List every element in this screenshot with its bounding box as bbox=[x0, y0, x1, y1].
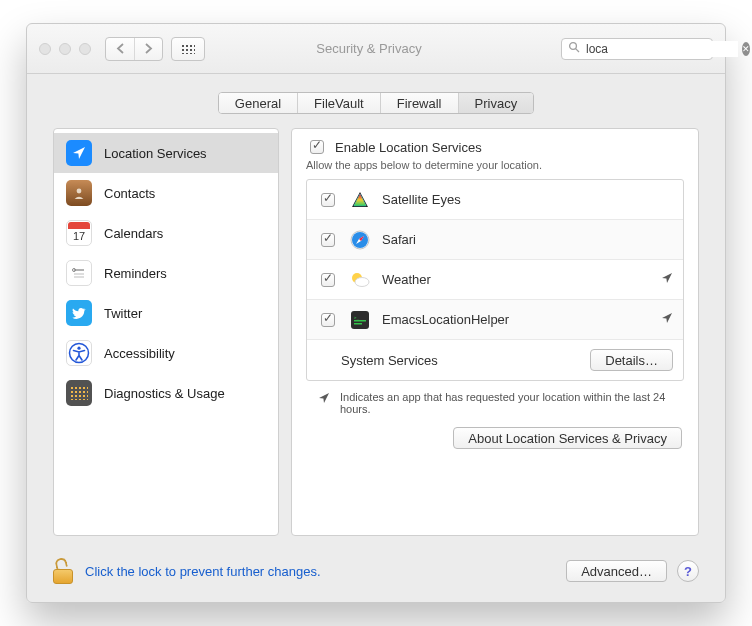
about-button[interactable]: About Location Services & Privacy bbox=[453, 427, 682, 449]
help-button[interactable]: ? bbox=[677, 560, 699, 582]
sidebar-item-label: Reminders bbox=[104, 266, 167, 281]
prefs-window: Security & Privacy ✕ General FileVault F… bbox=[26, 23, 726, 603]
back-button[interactable] bbox=[106, 38, 134, 60]
sidebar-item-diagnostics[interactable]: Diagnostics & Usage bbox=[54, 373, 278, 413]
grid-icon bbox=[181, 44, 195, 54]
safari-icon bbox=[348, 228, 372, 252]
app-name: EmacsLocationHelper bbox=[382, 312, 651, 327]
sidebar-item-contacts[interactable]: Contacts bbox=[54, 173, 278, 213]
location-icon bbox=[66, 140, 92, 166]
about-row: About Location Services & Privacy bbox=[306, 419, 684, 449]
tab-firewall[interactable]: Firewall bbox=[380, 93, 458, 113]
hint-text: Indicates an app that has requested your… bbox=[340, 391, 678, 415]
details-button[interactable]: Details… bbox=[590, 349, 673, 371]
app-checkbox[interactable] bbox=[321, 193, 335, 207]
sidebar-item-twitter[interactable]: Twitter bbox=[54, 293, 278, 333]
window-title: Security & Privacy bbox=[213, 41, 553, 56]
svg-rect-21 bbox=[354, 323, 362, 325]
minimize-button[interactable] bbox=[59, 43, 71, 55]
app-checkbox[interactable] bbox=[321, 233, 335, 247]
sidebar-item-calendars[interactable]: 17 Calendars bbox=[54, 213, 278, 253]
tab-filevault[interactable]: FileVault bbox=[297, 93, 380, 113]
enable-location-checkbox[interactable] bbox=[310, 140, 324, 154]
search-input[interactable] bbox=[584, 41, 738, 57]
sidebar-item-location[interactable]: Location Services bbox=[54, 133, 278, 173]
app-row: Weather bbox=[307, 260, 683, 300]
app-name: Safari bbox=[382, 232, 673, 247]
app-checkbox[interactable] bbox=[321, 313, 335, 327]
reminders-icon bbox=[66, 260, 92, 286]
sidebar-item-label: Accessibility bbox=[104, 346, 175, 361]
sidebar-item-label: Diagnostics & Usage bbox=[104, 386, 225, 401]
weather-icon bbox=[348, 268, 372, 292]
sidebar-item-label: Calendars bbox=[104, 226, 163, 241]
search-icon bbox=[568, 41, 580, 56]
hint-row: Indicates an app that has requested your… bbox=[306, 381, 684, 419]
advanced-button[interactable]: Advanced… bbox=[566, 560, 667, 582]
app-checkbox[interactable] bbox=[321, 273, 335, 287]
lock-button[interactable] bbox=[53, 558, 75, 584]
sidebar-item-label: Location Services bbox=[104, 146, 207, 161]
tab-bar: General FileVault Firewall Privacy bbox=[27, 92, 725, 114]
system-services-row: System Services Details… bbox=[307, 340, 683, 380]
app-name: Satellite Eyes bbox=[382, 192, 673, 207]
enable-subtext: Allow the apps below to determine your l… bbox=[306, 159, 684, 171]
tab-general[interactable]: General bbox=[219, 93, 297, 113]
calendar-icon: 17 bbox=[66, 220, 92, 246]
app-name: Weather bbox=[382, 272, 651, 287]
recent-indicator-icon bbox=[661, 272, 673, 287]
svg-point-8 bbox=[77, 347, 80, 350]
svg-point-2 bbox=[77, 189, 82, 194]
recent-indicator-icon bbox=[318, 391, 330, 415]
window-controls bbox=[39, 43, 91, 55]
svg-point-0 bbox=[570, 43, 577, 50]
search-field[interactable]: ✕ bbox=[561, 38, 713, 60]
sidebar-item-reminders[interactable]: Reminders bbox=[54, 253, 278, 293]
sidebar-item-accessibility[interactable]: Accessibility bbox=[54, 333, 278, 373]
contacts-icon bbox=[66, 180, 92, 206]
lock-shackle-icon bbox=[54, 557, 68, 570]
show-all-button[interactable] bbox=[171, 37, 205, 61]
sidebar: Location Services Contacts 17 Calendars bbox=[53, 128, 279, 536]
svg-point-17 bbox=[355, 277, 369, 286]
recent-indicator-icon bbox=[661, 312, 673, 327]
svg-rect-20 bbox=[354, 320, 366, 322]
app-row: Safari bbox=[307, 220, 683, 260]
diagnostics-icon bbox=[66, 380, 92, 406]
emacs-helper-icon: >_ bbox=[348, 308, 372, 332]
toolbar: Security & Privacy ✕ bbox=[27, 24, 725, 74]
sidebar-item-label: Twitter bbox=[104, 306, 142, 321]
sidebar-item-label: Contacts bbox=[104, 186, 155, 201]
enable-row: Enable Location Services bbox=[306, 137, 684, 157]
panel-area: Location Services Contacts 17 Calendars bbox=[27, 122, 725, 550]
footer: Click the lock to prevent further change… bbox=[27, 550, 725, 602]
close-button[interactable] bbox=[39, 43, 51, 55]
svg-line-1 bbox=[576, 49, 579, 52]
satellite-eyes-icon bbox=[348, 188, 372, 212]
app-row: >_ EmacsLocationHelper bbox=[307, 300, 683, 340]
app-row: Satellite Eyes bbox=[307, 180, 683, 220]
main-panel: Enable Location Services Allow the apps … bbox=[291, 128, 699, 536]
twitter-icon bbox=[66, 300, 92, 326]
tab-group: General FileVault Firewall Privacy bbox=[218, 92, 534, 114]
nav-group bbox=[105, 37, 163, 61]
clear-search-button[interactable]: ✕ bbox=[742, 42, 750, 56]
lock-text[interactable]: Click the lock to prevent further change… bbox=[85, 564, 556, 579]
tab-privacy[interactable]: Privacy bbox=[458, 93, 534, 113]
system-services-label: System Services bbox=[341, 353, 580, 368]
svg-text:>_: >_ bbox=[354, 315, 359, 320]
lock-body-icon bbox=[53, 569, 73, 584]
forward-button[interactable] bbox=[134, 38, 162, 60]
svg-marker-11 bbox=[354, 194, 366, 206]
enable-label: Enable Location Services bbox=[335, 140, 482, 155]
body: General FileVault Firewall Privacy Locat… bbox=[27, 74, 725, 602]
zoom-button[interactable] bbox=[79, 43, 91, 55]
apps-list: Satellite Eyes Safari We bbox=[306, 179, 684, 381]
accessibility-icon bbox=[66, 340, 92, 366]
